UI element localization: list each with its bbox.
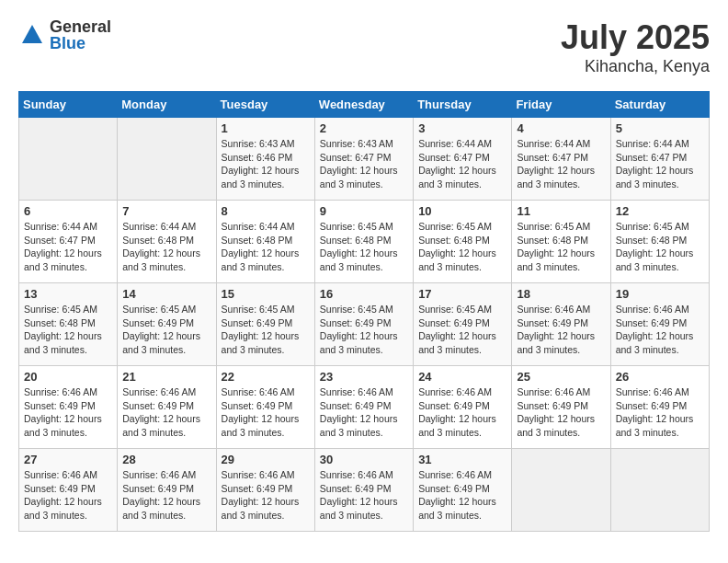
daylight-text: Daylight: 12 hours and 3 minutes. [320,496,398,521]
daylight-text: Daylight: 12 hours and 3 minutes. [24,247,102,272]
daylight-text: Daylight: 12 hours and 3 minutes. [222,247,300,272]
calendar-cell [118,118,216,201]
calendar-cell: 10Sunrise: 6:45 AMSunset: 6:48 PMDayligh… [414,201,512,283]
sunset-text: Sunset: 6:49 PM [320,483,392,494]
day-info: Sunrise: 6:45 AMSunset: 6:49 PMDaylight:… [320,303,408,357]
day-info: Sunrise: 6:45 AMSunset: 6:48 PMDaylight:… [517,220,605,274]
daylight-text: Daylight: 12 hours and 3 minutes. [122,496,200,521]
sunrise-text: Sunrise: 6:45 AM [320,221,393,232]
calendar-cell: 29Sunrise: 6:46 AMSunset: 6:49 PMDayligh… [216,449,314,532]
logo-text: General Blue [50,18,111,52]
day-number: 21 [122,370,210,384]
sunset-text: Sunset: 6:47 PM [24,235,96,246]
daylight-text: Daylight: 12 hours and 3 minutes. [222,165,300,190]
day-number: 3 [418,121,506,135]
header-day-saturday: Saturday [610,92,709,118]
daylight-text: Daylight: 12 hours and 3 minutes. [222,496,300,521]
sunrise-text: Sunrise: 6:43 AM [320,138,393,149]
week-row-5: 27Sunrise: 6:46 AMSunset: 6:49 PMDayligh… [19,449,710,532]
logo: General Blue [18,18,111,52]
day-info: Sunrise: 6:43 AMSunset: 6:46 PMDaylight:… [222,137,310,191]
sunset-text: Sunset: 6:48 PM [616,235,688,246]
daylight-text: Daylight: 12 hours and 3 minutes. [24,413,102,438]
day-info: Sunrise: 6:44 AMSunset: 6:48 PMDaylight:… [122,220,210,274]
title-location: Kihancha, Kenya [561,57,710,76]
day-info: Sunrise: 6:45 AMSunset: 6:48 PMDaylight:… [418,220,506,274]
sunrise-text: Sunrise: 6:45 AM [418,304,492,315]
daylight-text: Daylight: 12 hours and 3 minutes. [616,165,694,190]
calendar-cell: 28Sunrise: 6:46 AMSunset: 6:49 PMDayligh… [118,449,216,532]
day-number: 28 [122,453,210,466]
day-number: 12 [616,204,704,218]
day-info: Sunrise: 6:46 AMSunset: 6:49 PMDaylight:… [616,385,704,440]
calendar-cell: 4Sunrise: 6:44 AMSunset: 6:47 PMDaylight… [512,118,610,201]
calendar-cell: 31Sunrise: 6:46 AMSunset: 6:49 PMDayligh… [414,449,512,532]
sunset-text: Sunset: 6:49 PM [418,483,490,494]
calendar-cell: 24Sunrise: 6:46 AMSunset: 6:49 PMDayligh… [414,366,512,449]
calendar-cell: 30Sunrise: 6:46 AMSunset: 6:49 PMDayligh… [314,449,413,532]
sunrise-text: Sunrise: 6:45 AM [122,304,196,315]
header-day-wednesday: Wednesday [314,92,413,118]
day-number: 26 [616,370,704,384]
calendar-table: SundayMondayTuesdayWednesdayThursdayFrid… [18,91,710,532]
calendar-cell: 27Sunrise: 6:46 AMSunset: 6:49 PMDayligh… [19,449,118,532]
sunset-text: Sunset: 6:48 PM [222,235,293,246]
calendar-cell: 11Sunrise: 6:45 AMSunset: 6:48 PMDayligh… [512,201,610,283]
calendar-cell: 2Sunrise: 6:43 AMSunset: 6:47 PMDaylight… [314,118,413,201]
sunset-text: Sunset: 6:49 PM [122,317,194,328]
sunrise-text: Sunrise: 6:46 AM [122,386,196,397]
sunrise-text: Sunrise: 6:45 AM [517,221,590,232]
day-number: 13 [24,287,112,301]
logo-blue: Blue [50,35,111,52]
sunset-text: Sunset: 6:49 PM [616,400,688,411]
sunset-text: Sunset: 6:46 PM [222,152,293,163]
sunset-text: Sunset: 6:48 PM [122,235,194,246]
day-number: 10 [418,204,506,218]
sunset-text: Sunset: 6:47 PM [418,152,490,163]
day-info: Sunrise: 6:46 AMSunset: 6:49 PMDaylight:… [616,303,704,357]
calendar-cell: 1Sunrise: 6:43 AMSunset: 6:46 PMDaylight… [216,118,314,201]
sunrise-text: Sunrise: 6:44 AM [24,221,97,232]
daylight-text: Daylight: 12 hours and 3 minutes. [418,496,496,521]
sunrise-text: Sunrise: 6:46 AM [222,469,295,480]
sunrise-text: Sunrise: 6:46 AM [320,386,393,397]
calendar-cell: 16Sunrise: 6:45 AMSunset: 6:49 PMDayligh… [314,283,413,366]
day-info: Sunrise: 6:46 AMSunset: 6:49 PMDaylight:… [222,385,310,440]
sunset-text: Sunset: 6:47 PM [517,152,588,163]
day-info: Sunrise: 6:46 AMSunset: 6:49 PMDaylight:… [122,385,210,440]
sunrise-text: Sunrise: 6:46 AM [222,386,295,397]
daylight-text: Daylight: 12 hours and 3 minutes. [24,330,102,355]
day-info: Sunrise: 6:46 AMSunset: 6:49 PMDaylight:… [24,385,112,440]
svg-marker-0 [22,25,42,43]
day-info: Sunrise: 6:46 AMSunset: 6:49 PMDaylight:… [517,385,605,440]
sunset-text: Sunset: 6:47 PM [616,152,688,163]
week-row-3: 13Sunrise: 6:45 AMSunset: 6:48 PMDayligh… [19,283,710,366]
calendar-cell: 9Sunrise: 6:45 AMSunset: 6:48 PMDaylight… [314,201,413,283]
daylight-text: Daylight: 12 hours and 3 minutes. [122,247,200,272]
header-day-sunday: Sunday [19,92,118,118]
sunset-text: Sunset: 6:47 PM [320,152,392,163]
calendar-cell: 12Sunrise: 6:45 AMSunset: 6:48 PMDayligh… [610,201,709,283]
day-info: Sunrise: 6:46 AMSunset: 6:49 PMDaylight:… [320,385,408,440]
header-day-monday: Monday [118,92,216,118]
sunrise-text: Sunrise: 6:46 AM [418,469,492,480]
sunrise-text: Sunrise: 6:46 AM [517,304,590,315]
header-day-thursday: Thursday [414,92,512,118]
day-number: 5 [616,121,704,135]
daylight-text: Daylight: 12 hours and 3 minutes. [320,247,398,272]
day-number: 18 [517,287,605,301]
day-number: 22 [222,370,310,384]
day-number: 25 [517,370,605,384]
calendar-cell: 8Sunrise: 6:44 AMSunset: 6:48 PMDaylight… [216,201,314,283]
sunrise-text: Sunrise: 6:46 AM [24,469,97,480]
day-info: Sunrise: 6:46 AMSunset: 6:49 PMDaylight:… [418,468,506,523]
day-number: 2 [320,121,408,135]
sunrise-text: Sunrise: 6:45 AM [24,304,97,315]
day-info: Sunrise: 6:46 AMSunset: 6:49 PMDaylight:… [517,303,605,357]
sunrise-text: Sunrise: 6:44 AM [222,221,295,232]
day-info: Sunrise: 6:44 AMSunset: 6:47 PMDaylight:… [418,137,506,191]
daylight-text: Daylight: 12 hours and 3 minutes. [616,247,694,272]
sunrise-text: Sunrise: 6:45 AM [418,221,492,232]
day-number: 23 [320,370,408,384]
week-row-2: 6Sunrise: 6:44 AMSunset: 6:47 PMDaylight… [19,201,710,283]
